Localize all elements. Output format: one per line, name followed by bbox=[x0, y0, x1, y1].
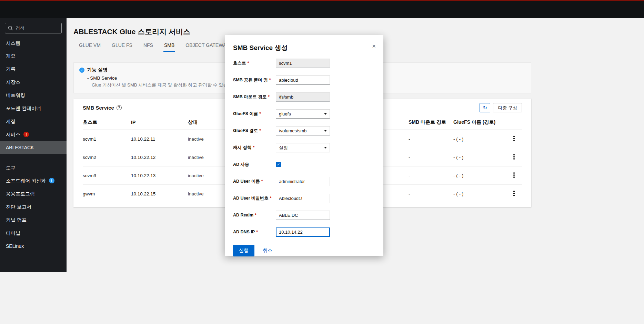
field-label: AD DNS IP* bbox=[233, 230, 276, 235]
sidebar-item-label: 서비스 bbox=[6, 131, 20, 138]
ad-password-field[interactable] bbox=[276, 194, 330, 203]
cell-ip: 10.10.22.15 bbox=[131, 185, 188, 203]
required-marker: * bbox=[261, 179, 263, 184]
kebab-menu-button[interactable] bbox=[510, 135, 518, 142]
sidebar-item-services[interactable]: 서비스 ! bbox=[0, 128, 67, 141]
tab-object-gateway[interactable]: OBJECT GATEWAY bbox=[185, 40, 230, 52]
tab-glue-fs[interactable]: GLUE FS bbox=[111, 40, 133, 52]
column-header-ip: IP bbox=[131, 115, 188, 130]
sidebar-item-software-updates[interactable]: 소프트웨어 최신화 i bbox=[0, 174, 67, 187]
search-icon bbox=[8, 26, 13, 31]
sidebar-item-label: 계정 bbox=[6, 118, 16, 124]
sidebar-item-label: 네트워킹 bbox=[6, 92, 25, 98]
ad-use-checkbox[interactable]: ✓ bbox=[276, 162, 281, 167]
sidebar-item-label: 진단 보고서 bbox=[6, 204, 31, 210]
sidebar-item-applications[interactable]: 응용프로그램 bbox=[0, 187, 67, 200]
kebab-icon bbox=[513, 136, 515, 137]
multi-config-button[interactable]: 다중 구성 bbox=[493, 103, 522, 112]
sidebar-item-podman[interactable]: 포드맨 컨테이너 bbox=[0, 102, 67, 115]
selected-value: 설정 bbox=[279, 145, 288, 151]
close-button[interactable]: × bbox=[372, 43, 376, 49]
required-marker: * bbox=[248, 61, 249, 65]
refresh-icon: ↻ bbox=[483, 105, 487, 111]
sidebar-item-label: 응용프로그램 bbox=[6, 191, 35, 197]
sidebar-item-terminal[interactable]: 터미널 bbox=[0, 226, 67, 240]
cache-policy-select[interactable]: 설정 bbox=[276, 143, 330, 152]
field-label: 캐시 정책* bbox=[233, 145, 276, 150]
cell-host: scvm1 bbox=[83, 130, 131, 148]
cell-gluefs: - ( - ) bbox=[453, 130, 510, 148]
required-marker: * bbox=[256, 230, 258, 234]
masthead-accent-bar bbox=[0, 0, 644, 1]
form-row-ad-password: AD User 비밀번호* bbox=[233, 190, 375, 207]
sidebar: 시스템 개요 기록 저장소 네트워킹 포드맨 컨테이너 계정 서비스 ! ABL… bbox=[0, 18, 67, 272]
close-icon: × bbox=[372, 42, 376, 50]
field-label: GlueFS 경로* bbox=[233, 128, 276, 133]
required-marker: * bbox=[269, 78, 271, 82]
cell-smb-mount: - bbox=[409, 148, 453, 166]
sidebar-item-label: 개요 bbox=[6, 53, 16, 59]
field-label: 호스트* bbox=[233, 61, 276, 66]
refresh-button[interactable]: ↻ bbox=[480, 103, 490, 112]
tab-nfs[interactable]: NFS bbox=[143, 40, 154, 52]
column-header-host: 호스트 bbox=[83, 115, 131, 130]
cell-ip: 10.10.22.11 bbox=[131, 130, 188, 148]
sidebar-item-storage[interactable]: 저장소 bbox=[0, 75, 67, 89]
smb-create-modal: SMB Service 생성 × 호스트* SMB 공유 폴더 명* SMB 마… bbox=[225, 35, 383, 256]
cell-smb-mount: - bbox=[409, 185, 453, 203]
ad-dns-field[interactable] bbox=[276, 227, 330, 237]
sidebar-item-networking[interactable]: 네트워킹 bbox=[0, 89, 67, 102]
field-label: AD Realm* bbox=[233, 213, 276, 218]
required-marker: * bbox=[253, 145, 254, 150]
kebab-menu-button[interactable] bbox=[510, 171, 518, 179]
cell-host: gwvm bbox=[83, 185, 131, 203]
column-header-smb-mount: SMB 마운트 경로 bbox=[409, 115, 453, 130]
sidebar-item-label: 커널 덤프 bbox=[6, 217, 27, 223]
tab-glue-vm[interactable]: GLUE VM bbox=[78, 40, 101, 52]
sidebar-item-ablestack[interactable]: ABLESTACK bbox=[0, 141, 67, 154]
chevron-down-icon bbox=[324, 113, 327, 115]
column-header-actions bbox=[510, 115, 522, 130]
kebab-menu-button[interactable] bbox=[510, 190, 518, 197]
selected-value: gluefs bbox=[279, 111, 291, 117]
gluefs-name-select[interactable]: gluefs bbox=[276, 109, 330, 119]
card-title: SMB Service bbox=[83, 105, 114, 111]
sidebar-section-tools: 도구 bbox=[0, 162, 67, 174]
cancel-button[interactable]: 취소 bbox=[263, 247, 272, 254]
sidebar-item-diagnostic-reports[interactable]: 진단 보고서 bbox=[0, 200, 67, 213]
masthead bbox=[0, 0, 644, 18]
form-row-mount-path: SMB 마운트 경로* bbox=[233, 89, 375, 105]
sidebar-item-label: SELinux bbox=[6, 243, 24, 249]
field-label: SMB 공유 폴더 명* bbox=[233, 78, 276, 83]
check-icon: ✓ bbox=[277, 162, 280, 167]
form-row-cache-policy: 캐시 정책* 설정 bbox=[233, 139, 375, 156]
submit-button[interactable]: 실행 bbox=[233, 245, 254, 256]
gluefs-path-select[interactable]: /volumes/smb bbox=[276, 126, 330, 135]
cell-gluefs: - ( - ) bbox=[453, 185, 510, 203]
host-field bbox=[276, 59, 330, 68]
mount-path-field bbox=[276, 92, 330, 102]
question-circle-icon[interactable]: ? bbox=[117, 105, 122, 110]
search-input[interactable] bbox=[5, 23, 62, 33]
kebab-menu-button[interactable] bbox=[510, 153, 518, 161]
required-marker: * bbox=[270, 196, 272, 201]
field-label: AD User 이름* bbox=[233, 179, 276, 184]
ad-user-field[interactable] bbox=[276, 177, 330, 186]
form-row-gluefs-path: GlueFS 경로* /volumes/smb bbox=[233, 122, 375, 139]
tab-smb[interactable]: SMB bbox=[163, 40, 175, 52]
ad-realm-field[interactable] bbox=[276, 211, 330, 220]
field-label: GlueFS 이름* bbox=[233, 111, 276, 117]
sidebar-item-logs[interactable]: 기록 bbox=[0, 62, 67, 75]
cell-host: scvm2 bbox=[83, 148, 131, 166]
chevron-down-icon bbox=[324, 147, 327, 149]
share-name-field[interactable] bbox=[276, 75, 330, 85]
sidebar-item-label: 터미널 bbox=[6, 230, 20, 236]
cell-smb-mount: - bbox=[409, 166, 453, 185]
sidebar-item-selinux[interactable]: SELinux bbox=[0, 240, 67, 253]
sidebar-item-accounts[interactable]: 계정 bbox=[0, 115, 67, 128]
form-row-host: 호스트* bbox=[233, 55, 375, 72]
kebab-icon bbox=[513, 191, 515, 192]
sidebar-item-kernel-dump[interactable]: 커널 덤프 bbox=[0, 213, 67, 226]
info-badge-icon: i bbox=[49, 178, 54, 183]
sidebar-item-overview[interactable]: 개요 bbox=[0, 49, 67, 62]
